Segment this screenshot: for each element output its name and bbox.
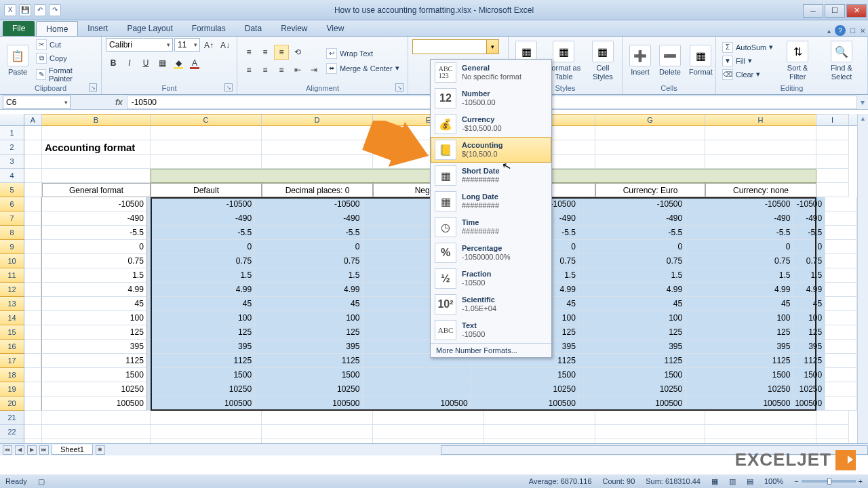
cell[interactable]: 100 — [686, 311, 793, 325]
row-header[interactable]: 16 — [0, 340, 24, 354]
decrease-indent-icon[interactable]: ⇤ — [290, 62, 305, 77]
cell[interactable] — [24, 211, 41, 226]
cell[interactable] — [373, 411, 484, 425]
cell[interactable]: 100500 — [471, 396, 579, 411]
cell[interactable] — [825, 211, 857, 226]
cell[interactable] — [825, 325, 857, 340]
cell[interactable] — [42, 126, 151, 140]
cell[interactable] — [24, 382, 41, 396]
cell[interactable] — [24, 425, 42, 439]
number-format-combo[interactable]: ▾ — [412, 39, 499, 54]
name-box[interactable]: C6 — [3, 96, 71, 109]
cell[interactable]: -5.5 — [41, 226, 146, 240]
cell[interactable] — [825, 226, 857, 240]
cell[interactable]: 100 — [41, 311, 146, 325]
expand-formula-icon[interactable]: ▾ — [857, 98, 868, 107]
save-icon[interactable]: 💾 — [19, 4, 31, 16]
cell[interactable] — [816, 183, 849, 197]
cell[interactable]: General format — [42, 183, 151, 197]
cell[interactable]: 10250 — [41, 382, 146, 396]
cell[interactable]: 4.99 — [579, 283, 686, 297]
autosum-button[interactable]: ΣAutoSum ▾ — [720, 41, 775, 54]
cell[interactable] — [24, 140, 42, 155]
cell[interactable] — [825, 368, 857, 382]
col-header[interactable]: H — [705, 114, 816, 126]
cell[interactable] — [825, 197, 857, 211]
col-header[interactable]: B — [42, 114, 151, 126]
cell[interactable]: 10250 — [793, 382, 825, 396]
cell[interactable]: 100500 — [793, 396, 825, 411]
cell[interactable] — [816, 425, 849, 439]
cell[interactable] — [24, 340, 41, 354]
insert-tab[interactable]: Insert — [78, 21, 117, 36]
find-select-button[interactable]: 🔍Find & Select — [820, 39, 863, 81]
cell[interactable] — [595, 155, 705, 169]
cell[interactable] — [151, 425, 262, 439]
font-color-button[interactable]: A — [187, 56, 202, 70]
cell[interactable]: 0.75 — [686, 254, 793, 268]
cell[interactable] — [24, 297, 41, 311]
col-header[interactable]: C — [151, 114, 262, 126]
cell[interactable]: -490 — [793, 211, 825, 226]
cell[interactable] — [825, 254, 857, 268]
window-restore-icon[interactable]: ☐ — [850, 27, 856, 35]
cell[interactable]: 10250 — [147, 382, 255, 396]
prev-sheet-icon[interactable]: ◀ — [15, 445, 24, 455]
view-layout-icon[interactable]: ▥ — [729, 477, 736, 486]
cell[interactable] — [24, 155, 42, 169]
cell[interactable]: 1.5 — [579, 268, 686, 283]
delete-cells-button[interactable]: ➖Delete — [656, 43, 684, 77]
pagelayout-tab[interactable]: Page Layout — [117, 21, 182, 36]
cell[interactable] — [705, 155, 816, 169]
cell[interactable]: 395 — [147, 340, 255, 354]
cell[interactable] — [825, 240, 857, 254]
cell[interactable] — [705, 411, 816, 425]
fmt-accounting[interactable]: 📒Accounting$(10,500.0 — [431, 137, 551, 163]
row-header[interactable]: 1 — [0, 126, 24, 140]
fmt-fraction[interactable]: ½Fraction-10500 — [431, 266, 551, 291]
row-header[interactable]: 20 — [0, 396, 24, 411]
cell[interactable]: 10250 — [471, 382, 579, 396]
cut-button[interactable]: ✂Cut — [34, 39, 97, 51]
cell[interactable]: 0.75 — [579, 254, 686, 268]
italic-button[interactable]: I — [122, 56, 137, 70]
cell[interactable]: 0 — [41, 240, 146, 254]
minimize-button[interactable]: ─ — [803, 4, 823, 18]
fmt-text[interactable]: ABCText-10500 — [431, 317, 551, 343]
fmt-general[interactable]: ABC123GeneralNo specific format — [431, 60, 551, 85]
cell[interactable] — [262, 140, 373, 155]
cell[interactable]: -10500 — [255, 197, 363, 211]
cell[interactable]: 1500 — [41, 368, 146, 382]
cell[interactable]: 395 — [41, 340, 146, 354]
cell[interactable]: 1125 — [793, 354, 825, 368]
fmt-number[interactable]: 12Number-10500.00 — [431, 85, 551, 111]
align-middle-icon[interactable]: ≡ — [258, 45, 273, 60]
cell[interactable]: 100500 — [363, 396, 471, 411]
view-normal-icon[interactable]: ▦ — [711, 477, 718, 486]
fmt-time[interactable]: ◷Time######### — [431, 214, 551, 240]
border-button[interactable]: ▦ — [155, 56, 170, 70]
cell[interactable]: 100 — [147, 311, 255, 325]
cell[interactable]: -490 — [147, 211, 255, 226]
fmt-scientific[interactable]: 10²Scientific-1.05E+04 — [431, 291, 551, 317]
align-bottom-icon[interactable]: ≡ — [274, 45, 289, 60]
sheet-tab[interactable]: Sheet1 — [52, 445, 93, 455]
cell[interactable]: 0 — [147, 240, 255, 254]
cell[interactable] — [816, 169, 849, 183]
cell[interactable] — [42, 169, 151, 183]
cell[interactable]: 0.75 — [793, 254, 825, 268]
cell[interactable] — [24, 268, 41, 283]
cell[interactable]: 1125 — [579, 354, 686, 368]
cell[interactable] — [705, 126, 816, 140]
cell[interactable]: -10500 — [579, 197, 686, 211]
font-dialog-icon[interactable]: ↘ — [224, 83, 233, 92]
cell[interactable] — [363, 382, 471, 396]
cell[interactable] — [24, 411, 42, 425]
next-sheet-icon[interactable]: ▶ — [27, 445, 37, 455]
cell[interactable]: 125 — [255, 325, 363, 340]
cell[interactable] — [24, 283, 41, 297]
row-header[interactable]: 4 — [0, 169, 24, 183]
align-center-icon[interactable]: ≡ — [258, 62, 273, 77]
row-header[interactable]: 11 — [0, 268, 24, 283]
fmt-currency[interactable]: 💰Currency-$10,500.00 — [431, 111, 551, 137]
